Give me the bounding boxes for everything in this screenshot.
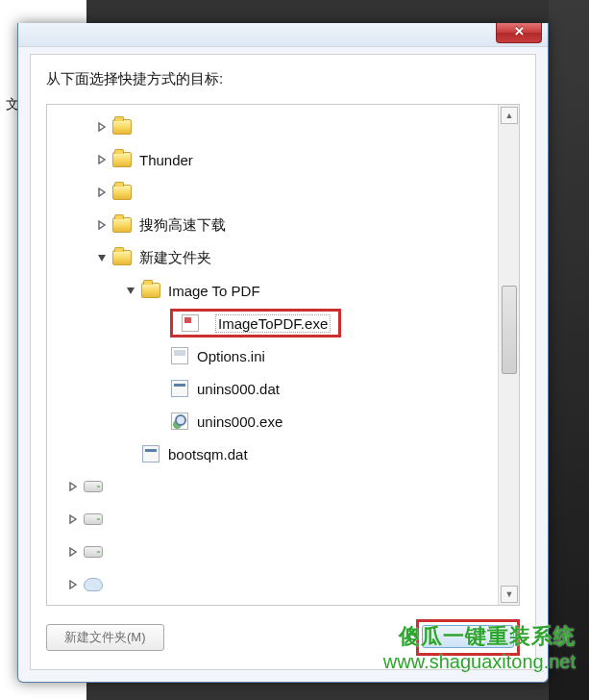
tree-item-label: unins000.exe <box>197 413 282 430</box>
exe-icon <box>181 313 200 333</box>
expander-right-icon[interactable] <box>95 153 109 166</box>
tree-item[interactable]: Options.ini <box>47 339 496 372</box>
backdrop-right-strip <box>549 0 589 700</box>
scrollbar-down-button[interactable]: ▼ <box>501 586 518 603</box>
new-folder-button[interactable]: 新建文件夹(M) <box>46 624 164 651</box>
drive-icon <box>84 510 103 529</box>
folder-icon <box>112 117 132 137</box>
folder-icon <box>112 183 132 202</box>
tree-item-label: Image To PDF <box>168 283 260 299</box>
tree-item[interactable] <box>47 176 496 209</box>
expander-right-icon[interactable] <box>66 512 80 526</box>
drive-icon <box>84 542 103 562</box>
tree-item-label: unins000.dat <box>197 381 280 397</box>
expander-right-icon[interactable] <box>95 218 109 232</box>
dialog-footer: 新建文件夹(M) <box>46 619 520 656</box>
browse-dialog: ✕ 从下面选择快捷方式的目标: Thunder搜狗高速下载新建文件夹Image … <box>17 23 549 683</box>
uexe-icon <box>170 412 189 431</box>
cloud-icon <box>84 575 103 594</box>
scrollbar-up-button[interactable]: ▲ <box>501 107 518 124</box>
expander-right-icon[interactable] <box>66 545 80 559</box>
close-button[interactable]: ✕ <box>496 23 542 43</box>
tree-item-label: ImageToPDF.exe <box>215 314 331 333</box>
tree-item[interactable] <box>47 568 496 601</box>
folder-icon <box>112 248 132 267</box>
expander-right-icon[interactable] <box>95 120 109 134</box>
tree-item[interactable]: Thunder <box>47 143 496 176</box>
selected-item-highlight: ImageToPDF.exe <box>170 309 341 338</box>
tree-item[interactable]: unins000.dat <box>47 372 496 405</box>
expander-right-icon[interactable] <box>66 578 80 591</box>
tree-item[interactable] <box>47 470 496 503</box>
expander-down-icon[interactable] <box>95 251 109 264</box>
dat-icon <box>170 379 189 398</box>
scrollbar[interactable]: ▲ ▼ <box>498 105 519 605</box>
folder-icon <box>112 150 132 169</box>
expander-none <box>153 316 166 330</box>
ok-button[interactable] <box>422 625 514 648</box>
expander-right-icon[interactable] <box>95 186 109 199</box>
tree-item[interactable] <box>47 111 496 143</box>
tree-item[interactable]: bootsqm.dat <box>47 438 496 470</box>
tree-item-label: Options.ini <box>197 348 265 364</box>
tree-item[interactable]: Image To PDF <box>47 274 496 307</box>
tree-item[interactable]: ImageToPDF.exe <box>47 307 496 339</box>
tree-scroll-area[interactable]: Thunder搜狗高速下载新建文件夹Image To PDFImageToPDF… <box>47 105 496 605</box>
dialog-titlebar[interactable]: ✕ <box>18 23 548 47</box>
tree-item-label: Thunder <box>139 152 193 168</box>
expander-none <box>153 414 166 428</box>
expander-down-icon[interactable] <box>124 284 137 297</box>
folder-tree[interactable]: Thunder搜狗高速下载新建文件夹Image To PDFImageToPDF… <box>46 104 520 606</box>
drive-icon <box>84 477 103 496</box>
tree-item-label: 搜狗高速下载 <box>139 216 226 235</box>
dialog-body: 从下面选择快捷方式的目标: Thunder搜狗高速下载新建文件夹Image To… <box>30 54 536 670</box>
ini-icon <box>170 346 189 365</box>
expander-none <box>124 447 137 461</box>
tree-item[interactable]: unins000.exe <box>47 405 496 438</box>
dialog-instruction-label: 从下面选择快捷方式的目标: <box>46 70 520 88</box>
expander-none <box>153 349 166 362</box>
dat-icon <box>141 444 160 463</box>
tree-item[interactable] <box>47 503 496 536</box>
tree-item-label: 新建文件夹 <box>139 249 211 267</box>
expander-right-icon[interactable] <box>66 480 80 493</box>
expander-none <box>153 382 166 395</box>
tree-item[interactable]: 新建文件夹 <box>47 241 496 274</box>
tree-item-label: bootsqm.dat <box>168 446 248 462</box>
folder-icon <box>112 215 132 235</box>
tree-item[interactable] <box>47 536 496 568</box>
close-icon: ✕ <box>514 24 525 38</box>
scrollbar-thumb[interactable] <box>502 286 517 374</box>
folder-icon <box>141 281 160 300</box>
tree-item[interactable]: 搜狗高速下载 <box>47 209 496 241</box>
ok-button-highlight <box>416 619 520 656</box>
